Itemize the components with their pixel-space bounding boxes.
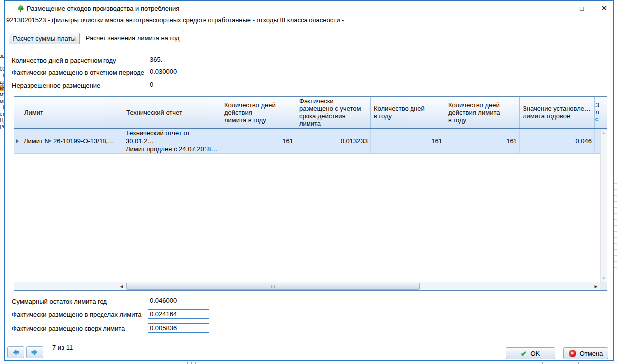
dialog-window: Размещение отходов производства и потреб… [4,0,614,361]
cell-days-limit-in-year[interactable]: 161 [445,129,520,153]
limit-remainder-input[interactable] [148,296,209,305]
background-fragment: зь [0,53,4,59]
waste-code-subtitle: 92130201523 - фильтры очистки масла авто… [6,16,554,24]
days-in-year-label: Количество дней в расчетном году [12,56,116,65]
background-fragment: РО [0,124,4,130]
window-title: Размещение отходов производства и потреб… [27,5,179,12]
within-limit-input[interactable] [148,309,209,319]
background-grid-line [578,362,579,364]
close-button[interactable]: ✕ [598,3,611,13]
column-header-days-limit-active[interactable]: Количество дней действия лимита в году [221,97,296,128]
horizontal-scrollbar[interactable]: ◀ ||| ▶ [14,282,600,290]
scrollbar-corner [600,282,607,290]
limit-remainder-label: Суммарный остаток лимита год [12,297,107,306]
cell-limit-year-value[interactable]: 0.046 [520,129,595,153]
scroll-up-icon[interactable]: ▲ [602,131,606,135]
unauthorized-placement-input[interactable] [148,80,209,89]
over-limit-input[interactable] [148,323,209,333]
background-grid-line [542,362,543,364]
cell-days-in-year[interactable]: 161 [371,129,445,153]
maximize-button[interactable]: □ [575,3,588,13]
cell-tech-report[interactable]: Технический отчет от 30.01.2… Лимит прод… [123,129,221,153]
scroll-left-icon[interactable]: ◀ [117,282,126,290]
background-window-bottom-sliver [0,361,617,364]
column-header-limit-year-value[interactable]: Значение установле… лимита годовое [520,97,595,128]
background-grid-line [187,362,188,364]
background-fragment: де [0,79,4,85]
ok-button-label: OK [530,350,540,357]
background-fragment: ет [0,111,4,117]
arrow-right-icon [31,349,39,355]
column-header-tech-report[interactable]: Технический отчет [123,97,221,128]
background-fragment: - . [0,59,4,66]
scroll-grip-icon: ||| [271,284,275,289]
background-fragment: мт [0,91,4,98]
next-record-button[interactable] [26,346,43,358]
table-row[interactable]: Лимит № 26-10199-О-13/18,… Технический о… [14,129,607,154]
tab-payment-sum[interactable]: Расчет суммы платы [9,33,80,44]
column-header-days-limit-in-year[interactable]: Количество дней действия лимита в году [445,97,520,128]
background-fragment: - И [0,104,4,111]
table-header-row: Лимит Технический отчет Количество дней … [14,97,607,129]
cell-days-limit-active[interactable]: 161 [221,129,296,153]
cancel-button-label: Отмена [580,350,603,357]
column-header-indicator [14,97,21,128]
column-header-limit[interactable]: Лимит [21,97,123,128]
tab-limit-year[interactable]: Расчет значения лимита на год [81,31,184,44]
column-header-days-in-year[interactable]: Количество дней в году [371,97,445,128]
screen: зь - . 00 - С де ит мт мй - И ет Ц РО [0,0,617,364]
cell-placed-within-term[interactable]: 0.013233 [296,129,371,153]
background-grid-rows [614,94,617,293]
within-limit-label: Фактически размещено в пределах лимита [12,310,142,319]
row-indicator-cell [14,129,21,153]
background-fragment: - С [0,72,4,79]
background-text-fragments: зь - . 00 - С де ит мт мй - И ет Ц РО [0,53,4,130]
horizontal-scroll-thumb[interactable]: ||| [126,283,420,290]
record-pager-text: 7 из 11 [52,344,73,351]
limits-table: Лимит Технический отчет Количество дней … [14,96,607,291]
row-indicator-icon [16,139,19,143]
ok-button[interactable]: ✔ OK [506,347,555,359]
background-fragment: Ц [0,117,4,124]
background-window-right-sliver [614,0,617,364]
actually-placed-input[interactable] [148,67,209,76]
actually-placed-label: Фактически размещено в отчетном периоде [12,68,144,77]
days-in-year-input[interactable] [148,55,209,64]
background-fragment: 00 [0,66,4,72]
over-limit-label: Фактически размещено сверх лимита [12,324,125,333]
cancel-cross-icon: ✕ [569,350,576,357]
check-icon: ✔ [521,350,527,357]
cell-limit[interactable]: Лимит № 26-10199-О-13/18,… [21,129,123,153]
previous-record-button[interactable] [7,346,24,358]
background-grid-line [438,362,438,364]
column-header-clipped[interactable]: З л с [595,97,600,128]
cancel-button[interactable]: ✕ Отмена [563,347,608,359]
minimize-button[interactable]: — [542,3,555,13]
scroll-down-icon[interactable]: ▼ [602,276,606,281]
background-fragment-highlighted: ит [0,85,4,91]
cell-clipped [595,129,600,153]
arrow-left-icon [12,349,20,355]
background-window-left-sliver: зь - . 00 - С де ит мт мй - И ет Ц РО [0,0,4,364]
background-fragment: мй [0,98,4,104]
vertical-scrollbar[interactable]: ▲ ▼ [600,130,607,282]
scroll-right-icon[interactable]: ▶ [592,282,600,290]
background-grid-line [191,362,192,364]
title-bar[interactable]: Размещение отходов производства и потреб… [5,1,613,16]
background-grid-line [195,362,196,364]
unauthorized-placement-label: Неразрешенное размещение [12,81,100,90]
tree-icon [17,5,25,13]
column-header-placed-within-term[interactable]: Фактически размещено с учетом срока дейс… [296,97,371,128]
